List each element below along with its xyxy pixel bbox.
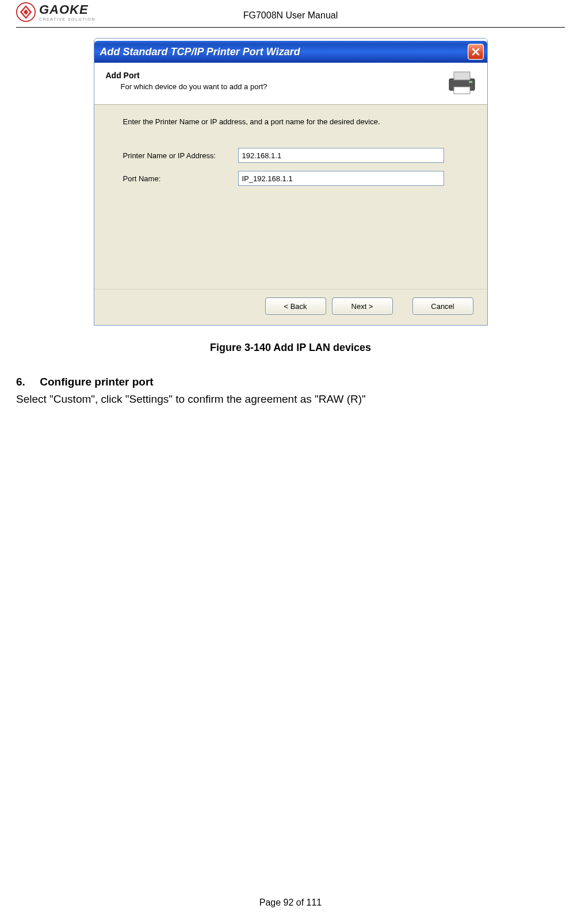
close-button[interactable] — [468, 44, 484, 60]
port-name-row: Port Name: — [123, 171, 464, 186]
port-name-input[interactable] — [238, 171, 444, 186]
titlebar: Add Standard TCP/IP Printer Port Wizard — [94, 41, 487, 63]
page-header: GAOKE CREATIVE SOLUTION FG7008N User Man… — [16, 0, 565, 28]
page-footer: Page 92 of 111 — [0, 898, 581, 908]
section-title: Configure printer port — [40, 376, 153, 388]
wizard-step-title: Add Port — [106, 71, 446, 80]
printer-name-label: Printer Name or IP Address: — [123, 151, 238, 160]
wizard-header-panel: Add Port For which device do you want to… — [94, 63, 487, 105]
cancel-button[interactable]: Cancel — [412, 297, 473, 315]
section-heading: 6. Configure printer port — [16, 376, 565, 388]
figure: Add Standard TCP/IP Printer Port Wizard … — [16, 38, 565, 326]
logo-brand: GAOKE — [39, 3, 95, 16]
printer-icon — [446, 68, 478, 96]
svg-rect-2 — [454, 72, 470, 80]
wizard-body: Enter the Printer Name or IP address, an… — [94, 105, 487, 289]
logo-tagline: CREATIVE SOLUTION — [39, 17, 95, 21]
figure-caption: Figure 3-140 Add IP LAN devices — [16, 342, 565, 354]
wizard-dialog: Add Standard TCP/IP Printer Port Wizard … — [94, 38, 488, 326]
printer-name-row: Printer Name or IP Address: — [123, 148, 464, 163]
window-title: Add Standard TCP/IP Printer Port Wizard — [100, 46, 468, 58]
wizard-instruction: Enter the Printer Name or IP address, an… — [123, 117, 464, 126]
svg-rect-4 — [469, 81, 472, 83]
section-number: 6. — [16, 376, 37, 388]
document-title: FG7008N User Manual — [16, 0, 565, 21]
logo-text: GAOKE CREATIVE SOLUTION — [39, 3, 95, 21]
back-button[interactable]: < Back — [265, 297, 326, 315]
wizard-button-bar: < Back Next > Cancel — [94, 289, 487, 325]
close-icon — [472, 48, 480, 56]
printer-name-input[interactable] — [238, 148, 444, 163]
logo: GAOKE CREATIVE SOLUTION — [16, 2, 95, 22]
section-body: Select "Custom", click "Settings" to con… — [16, 392, 565, 407]
next-button[interactable]: Next > — [332, 297, 393, 315]
wizard-step-subtitle: For which device do you want to add a po… — [121, 82, 446, 91]
svg-rect-3 — [454, 87, 470, 94]
logo-emblem-icon — [16, 2, 36, 22]
port-name-label: Port Name: — [123, 174, 238, 183]
